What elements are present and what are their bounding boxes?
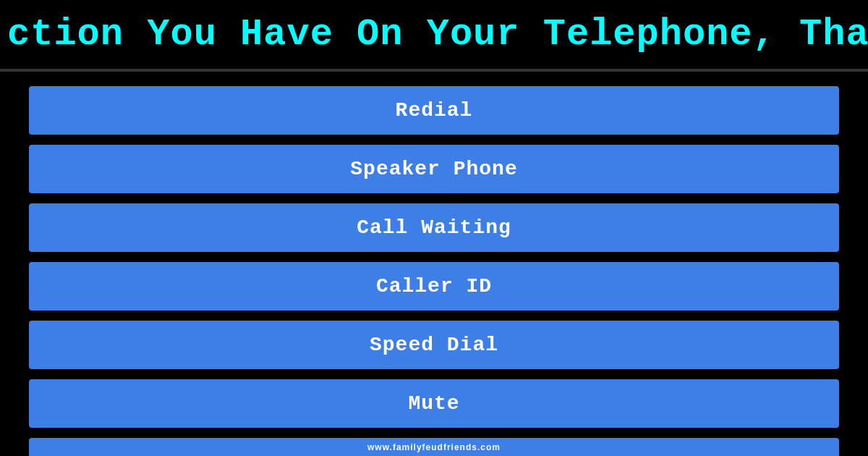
watermark: www.familyfeudfriends.com	[367, 442, 501, 452]
answer-row-2[interactable]: Speaker Phone	[29, 145, 839, 193]
answer-row-4[interactable]: Caller ID	[29, 262, 839, 311]
answers-container: RedialSpeaker PhoneCall WaitingCaller ID…	[0, 72, 868, 456]
answer-row-7[interactable]: www.familyfeudfriends.comVoice Mail	[29, 438, 839, 456]
question-text: ction You Have On Your Telephone, That Y…	[0, 13, 868, 56]
answer-row-3[interactable]: Call Waiting	[29, 203, 839, 252]
answer-label-2: Speaker Phone	[350, 158, 517, 180]
answer-row-5[interactable]: Speed Dial	[29, 321, 839, 369]
answer-label-4: Caller ID	[376, 275, 492, 297]
answer-label-1: Redial	[396, 99, 473, 122]
answer-label-6: Mute	[408, 392, 459, 415]
answer-label-3: Call Waiting	[357, 216, 511, 239]
question-header: ction You Have On Your Telephone, That Y…	[0, 0, 868, 72]
answer-row-1[interactable]: Redial	[29, 86, 839, 135]
answer-label-5: Speed Dial	[370, 334, 498, 356]
answer-row-6[interactable]: Mute	[29, 379, 839, 428]
